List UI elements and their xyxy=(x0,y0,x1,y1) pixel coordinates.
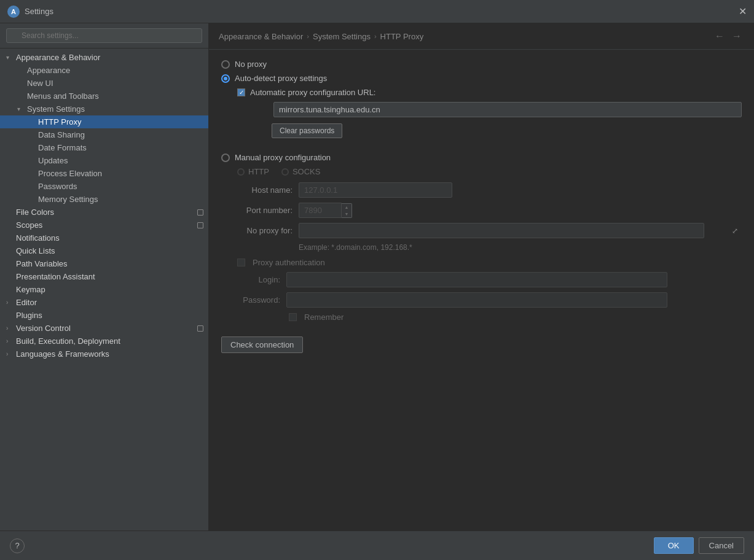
expand-arrow: › xyxy=(6,299,14,306)
sidebar-item-quick-lists[interactable]: Quick Lists xyxy=(0,244,208,257)
port-spin-up[interactable]: ▲ xyxy=(342,204,351,211)
login-label: Login: xyxy=(237,275,280,284)
main-panel: Appearance & Behavior › System Settings … xyxy=(209,23,754,531)
breadcrumb: Appearance & Behavior › System Settings … xyxy=(209,23,754,50)
sidebar-item-menus-toolbars[interactable]: Menus and Toolbars xyxy=(0,90,208,103)
sidebar: 🔍 ▾ Appearance & Behavior Appearance New… xyxy=(0,23,209,531)
config-url-row xyxy=(237,102,742,117)
forward-arrow[interactable]: → xyxy=(729,29,744,43)
password-row: Password: xyxy=(237,292,742,308)
breadcrumb-sep-2: › xyxy=(374,33,377,40)
search-input[interactable] xyxy=(6,28,202,43)
no-proxy-label: No proxy xyxy=(235,60,267,69)
sidebar-item-process-elevation[interactable]: Process Elevation xyxy=(0,167,208,180)
sidebar-item-path-variables[interactable]: Path Variables xyxy=(0,257,208,270)
expand-arrow: › xyxy=(6,338,14,344)
sidebar-item-new-ui[interactable]: New UI xyxy=(0,77,208,90)
close-button[interactable]: ✕ xyxy=(739,7,747,17)
remember-checkbox[interactable] xyxy=(289,313,297,321)
auto-config-url-checkbox[interactable]: ✓ xyxy=(237,88,245,96)
http-radio[interactable] xyxy=(237,168,245,176)
manual-proxy-label: Manual proxy configuration xyxy=(235,153,331,162)
sidebar-item-languages-frameworks[interactable]: › Languages & Frameworks xyxy=(0,348,208,360)
socks-radio[interactable] xyxy=(281,168,289,176)
sidebar-item-appearance-behavior[interactable]: ▾ Appearance & Behavior xyxy=(0,51,208,64)
version-control-badge xyxy=(197,325,203,332)
sidebar-item-plugins[interactable]: Plugins xyxy=(0,309,208,322)
no-proxy-input[interactable] xyxy=(299,223,704,238)
sidebar-item-editor[interactable]: › Editor xyxy=(0,296,208,309)
no-proxy-input-wrapper: ⤢ xyxy=(299,223,742,238)
config-url-input[interactable] xyxy=(273,102,742,117)
no-proxy-for-row: No proxy for: ⤢ xyxy=(237,223,742,238)
breadcrumb-part-1[interactable]: Appearance & Behavior xyxy=(219,32,303,41)
app-icon: A xyxy=(7,6,20,18)
expand-icon[interactable]: ⤢ xyxy=(732,227,738,235)
password-label: Password: xyxy=(237,295,280,305)
manual-proxy-row: Manual proxy configuration xyxy=(221,153,742,162)
sidebar-item-file-colors[interactable]: File Colors xyxy=(0,206,208,219)
sidebar-item-system-settings[interactable]: ▾ System Settings xyxy=(0,103,208,115)
scopes-badge xyxy=(197,222,203,228)
sidebar-item-http-proxy[interactable]: HTTP Proxy xyxy=(0,115,208,128)
footer-actions: OK Cancel xyxy=(654,537,744,554)
expand-arrow: › xyxy=(6,351,14,357)
host-name-input[interactable] xyxy=(299,182,452,198)
breadcrumb-sep-1: › xyxy=(307,33,309,40)
search-bar: 🔍 xyxy=(0,23,208,49)
sidebar-item-presentation-assistant[interactable]: Presentation Assistant xyxy=(0,270,208,283)
footer: ? OK Cancel xyxy=(0,531,754,560)
sidebar-item-notifications[interactable]: Notifications xyxy=(0,231,208,244)
manual-proxy-radio[interactable] xyxy=(221,154,230,162)
auto-detect-radio[interactable] xyxy=(221,74,230,83)
no-proxy-for-label: No proxy for: xyxy=(237,226,293,235)
port-input[interactable] xyxy=(299,203,342,218)
sidebar-item-version-control[interactable]: › Version Control xyxy=(0,322,208,335)
ok-button[interactable]: OK xyxy=(654,537,694,554)
expand-arrow: › xyxy=(6,325,14,332)
auto-detect-label: Auto-detect proxy settings xyxy=(235,74,327,83)
check-connection-button[interactable]: Check connection xyxy=(221,336,303,353)
breadcrumb-part-3: HTTP Proxy xyxy=(380,32,424,41)
back-arrow[interactable]: ← xyxy=(712,29,727,43)
no-proxy-radio[interactable] xyxy=(221,60,230,69)
proxy-auth-row: Proxy authentication xyxy=(221,258,742,267)
sidebar-item-passwords[interactable]: Passwords xyxy=(0,180,208,193)
sidebar-item-scopes[interactable]: Scopes xyxy=(0,219,208,231)
auto-config-url-checkbox-row: ✓ Automatic proxy configuration URL: xyxy=(237,88,742,97)
port-spinner: ▲ ▼ xyxy=(342,203,352,218)
login-row: Login: xyxy=(237,272,742,287)
auto-config-url-checkbox-label: Automatic proxy configuration URL: xyxy=(250,88,375,97)
sidebar-item-appearance[interactable]: Appearance xyxy=(0,64,208,77)
port-spin-down[interactable]: ▼ xyxy=(342,211,351,217)
socks-radio-group: SOCKS xyxy=(281,167,321,176)
clear-passwords-button[interactable]: Clear passwords xyxy=(272,123,342,138)
http-radio-group: HTTP xyxy=(237,167,269,176)
sidebar-item-keymap[interactable]: Keymap xyxy=(0,283,208,296)
port-wrapper: ▲ ▼ xyxy=(299,203,352,218)
sidebar-item-updates[interactable]: Updates xyxy=(0,154,208,167)
form-area: No proxy Auto-detect proxy settings ✓ Au… xyxy=(209,50,754,531)
sidebar-tree: ▾ Appearance & Behavior Appearance New U… xyxy=(0,49,208,531)
auto-detect-row: Auto-detect proxy settings xyxy=(221,74,742,83)
port-number-label: Port number: xyxy=(237,206,293,215)
login-input[interactable] xyxy=(286,272,667,287)
sidebar-item-data-sharing[interactable]: Data Sharing xyxy=(0,128,208,141)
host-name-row: Host name: xyxy=(237,182,742,198)
cancel-button[interactable]: Cancel xyxy=(699,537,744,554)
breadcrumb-part-2[interactable]: System Settings xyxy=(313,32,371,41)
sidebar-item-date-formats[interactable]: Date Formats xyxy=(0,141,208,154)
expand-arrow: ▾ xyxy=(6,54,14,61)
example-text: Example: *.domain.com, 192.168.* xyxy=(299,243,742,252)
remember-label: Remember xyxy=(304,313,344,322)
nav-arrows: ← → xyxy=(712,29,744,43)
help-icon: ? xyxy=(15,541,19,550)
expand-arrow: ▾ xyxy=(17,106,25,112)
sidebar-item-memory-settings[interactable]: Memory Settings xyxy=(0,193,208,206)
sidebar-item-build-execution[interactable]: › Build, Execution, Deployment xyxy=(0,335,208,348)
help-button[interactable]: ? xyxy=(10,539,25,553)
proxy-auth-checkbox[interactable] xyxy=(237,259,245,266)
password-input[interactable] xyxy=(286,292,667,308)
port-number-row: Port number: ▲ ▼ xyxy=(237,203,742,218)
remember-row: Remember xyxy=(289,313,742,322)
